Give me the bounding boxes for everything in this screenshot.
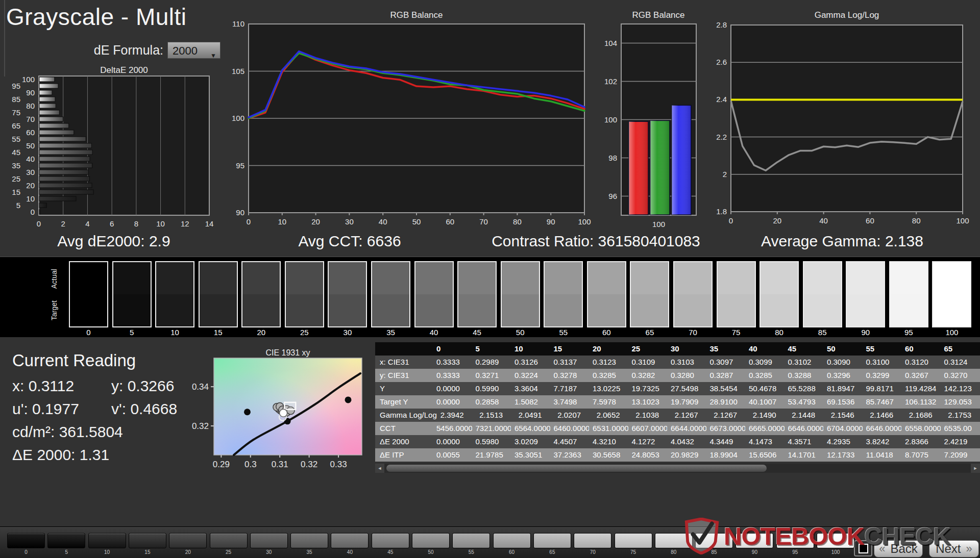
back-button[interactable]: « Back	[874, 540, 923, 557]
grayscale-swatch	[544, 261, 583, 327]
table-row: CCT5456.00007321.00006564.00006460.00006…	[375, 422, 980, 435]
tick-label: 6	[110, 219, 114, 228]
pattern-level-button[interactable]	[574, 533, 611, 548]
table-cell: 81.8947	[823, 382, 863, 395]
table-cell: 0.2858	[472, 395, 511, 409]
page-title: Grayscale - Multi	[6, 3, 187, 31]
tick-label: 14	[205, 219, 214, 228]
table-column-header: 30	[667, 342, 706, 356]
pattern-level-button[interactable]	[776, 533, 814, 548]
table-cell: 0.5990	[472, 382, 511, 395]
table-cell: 6665.0000	[745, 422, 785, 435]
grayscale-swatch	[69, 261, 108, 327]
pattern-level-button[interactable]	[331, 533, 369, 548]
pattern-level-button[interactable]	[47, 533, 85, 548]
pattern-level-button[interactable]	[88, 533, 126, 548]
gamma-measured-line	[731, 101, 963, 171]
tick-label: 104	[604, 39, 617, 47]
table-cell: 6646.0000	[785, 422, 824, 435]
table-scrollbar[interactable]: ◄►	[375, 464, 980, 473]
pattern-level-button[interactable]	[452, 533, 490, 548]
table-corner-cell	[375, 342, 433, 356]
pattern-level-label: 55	[452, 549, 490, 555]
tick-label: 105	[232, 67, 244, 75]
table-row-label: Gamma Log/Log	[375, 409, 437, 422]
tick-label: 85	[12, 95, 20, 104]
pattern-level-button[interactable]	[533, 533, 571, 548]
pattern-level-button[interactable]	[615, 533, 652, 548]
pattern-level-button[interactable]	[7, 533, 45, 548]
swatch-level-label: 100	[932, 328, 971, 337]
tick-label: 10	[278, 217, 286, 226]
swatch-level-label: 45	[457, 328, 497, 337]
tick-label: 65	[12, 121, 20, 130]
pattern-level-label: 25	[210, 549, 248, 555]
table-column-header: 20	[589, 342, 628, 356]
swatch-level-label: 30	[328, 328, 367, 337]
table-column-header: 0	[433, 342, 472, 356]
table-row: y: CIE310.33330.32710.32240.32780.32850.…	[375, 369, 980, 382]
swatch-actual	[933, 262, 970, 294]
table-cell: 85.7467	[863, 395, 902, 409]
pattern-level-button[interactable]	[412, 533, 450, 548]
swatch-level-label: 95	[889, 328, 928, 337]
tick-label: 40	[819, 216, 828, 225]
grayscale-swatch	[889, 261, 928, 327]
table-cell: 27.5498	[667, 382, 706, 395]
reading-de2000: ΔE 2000: 1.31	[12, 446, 109, 464]
pattern-level-button[interactable]	[736, 533, 773, 548]
scrollbar-left-arrow-icon[interactable]: ◄	[375, 464, 384, 473]
pattern-window-button[interactable]	[854, 540, 872, 556]
pattern-level-button[interactable]	[493, 533, 531, 548]
table-cell: 3.8242	[863, 435, 902, 448]
pattern-level-button[interactable]	[695, 533, 733, 548]
table-cell: 53.4793	[785, 395, 824, 409]
tick-label: 2.2	[716, 133, 727, 141]
table-column-header: 35	[706, 342, 746, 356]
table-cell: 6673.0000	[706, 422, 746, 435]
de-formula-select[interactable]: 2000 ▼	[167, 42, 220, 59]
table-row-label: CCT	[375, 422, 433, 435]
swatch-target	[804, 294, 841, 326]
swatch-target	[761, 294, 798, 326]
pattern-level-button[interactable]	[210, 533, 248, 548]
table-column-header: 25	[628, 342, 668, 356]
table-cell: 0.3296	[823, 369, 863, 382]
table-cell: 4.1272	[628, 435, 668, 448]
table-cell: 2.1466	[866, 409, 905, 422]
table-cell: 28.9100	[706, 395, 746, 409]
scrollbar-right-arrow-icon[interactable]: ►	[971, 464, 980, 473]
table-cell: 0.3285	[589, 369, 628, 382]
deltae-bar	[39, 90, 52, 95]
grayscale-swatch	[328, 261, 367, 327]
next-button[interactable]: Next »	[929, 540, 979, 557]
pattern-level-button[interactable]	[372, 533, 409, 548]
pattern-level-button[interactable]	[290, 533, 328, 548]
green-bar-sheen	[650, 120, 670, 215]
grayscale-swatch	[630, 261, 669, 327]
tick-label: 70	[26, 115, 35, 123]
deltae-bar	[39, 117, 63, 121]
tick-label: 20	[311, 217, 320, 226]
pattern-level-button[interactable]	[250, 533, 288, 548]
pattern-level-button[interactable]	[169, 533, 207, 548]
tick-label: 40	[26, 155, 35, 163]
deltae-bar	[39, 183, 92, 188]
next-button-label: Next	[936, 542, 961, 556]
swatch-actual	[156, 262, 193, 294]
plot-area	[731, 25, 963, 212]
table-cell: 4.2935	[823, 435, 863, 448]
scrollbar-thumb[interactable]	[386, 465, 767, 472]
pattern-level-button[interactable]	[129, 533, 166, 548]
table-cell: 6644.0000	[667, 422, 706, 435]
swatch-level-label: 70	[673, 328, 713, 337]
cie-diagram-background	[214, 358, 362, 455]
table-cell: 0.3100	[863, 356, 902, 369]
table-cell: 6460.0000	[550, 422, 590, 435]
pattern-level-button[interactable]	[817, 533, 854, 548]
reading-v: v': 0.4668	[111, 400, 177, 418]
deltae-bar	[39, 130, 74, 135]
pattern-level-button[interactable]	[655, 533, 693, 548]
swatch-target	[890, 294, 927, 326]
swatch-target	[200, 294, 237, 326]
